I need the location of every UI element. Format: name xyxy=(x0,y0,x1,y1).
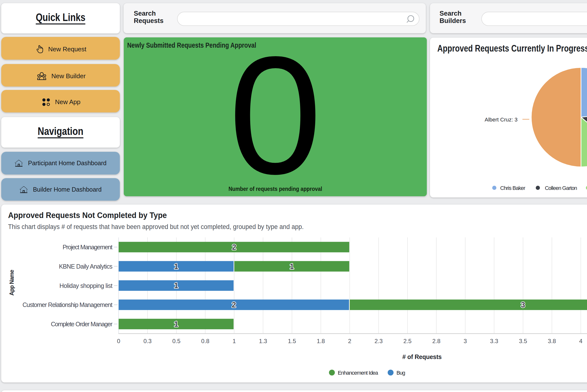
svg-text:2.3: 2.3 xyxy=(375,338,383,344)
svg-text:0.8: 0.8 xyxy=(201,338,209,344)
svg-text:0: 0 xyxy=(117,338,120,344)
svg-text:1: 1 xyxy=(233,338,236,344)
svg-text:1.3: 1.3 xyxy=(259,338,267,344)
svg-text:2: 2 xyxy=(348,338,351,344)
svg-text:Bug: Bug xyxy=(397,370,405,376)
svg-text:Chris Baker: Chris Baker xyxy=(500,185,525,191)
svg-text:2.5: 2.5 xyxy=(403,338,411,344)
svg-text:3.5: 3.5 xyxy=(519,338,527,344)
svg-text:2: 2 xyxy=(232,243,236,252)
svg-text:1.5: 1.5 xyxy=(288,338,296,344)
svg-text:2.8: 2.8 xyxy=(432,338,440,344)
svg-text:3.8: 3.8 xyxy=(548,338,556,344)
svg-text:Colleen Garton: Colleen Garton xyxy=(545,185,577,191)
svg-text:2: 2 xyxy=(232,300,236,309)
svg-text:1: 1 xyxy=(174,320,178,328)
svg-text:Customer Relationship Manageme: Customer Relationship Management xyxy=(23,301,113,308)
svg-text:0.3: 0.3 xyxy=(143,338,151,344)
svg-text:3: 3 xyxy=(521,300,525,309)
svg-text:1.8: 1.8 xyxy=(317,338,325,344)
svg-text:1: 1 xyxy=(174,262,178,271)
svg-text:1: 1 xyxy=(174,281,178,290)
svg-text:0.5: 0.5 xyxy=(172,338,180,344)
svg-text:KBNE Daily Analytics: KBNE Daily Analytics xyxy=(59,263,113,270)
svg-text:Holiday shopping list: Holiday shopping list xyxy=(60,282,113,289)
svg-text:3.3: 3.3 xyxy=(490,338,498,344)
svg-text:Albert Cruz: 3: Albert Cruz: 3 xyxy=(485,116,518,123)
svg-text:3: 3 xyxy=(464,338,467,344)
svg-text:4: 4 xyxy=(579,338,582,344)
svg-text:Complete Order Manager: Complete Order Manager xyxy=(51,321,113,328)
svg-text:Project Management: Project Management xyxy=(63,244,113,250)
svg-text:1: 1 xyxy=(289,262,294,271)
svg-text:# of Requests: # of Requests xyxy=(402,354,442,360)
svg-text:App Name: App Name xyxy=(9,270,15,296)
svg-text:Enhancement Idea: Enhancement Idea xyxy=(338,370,378,376)
